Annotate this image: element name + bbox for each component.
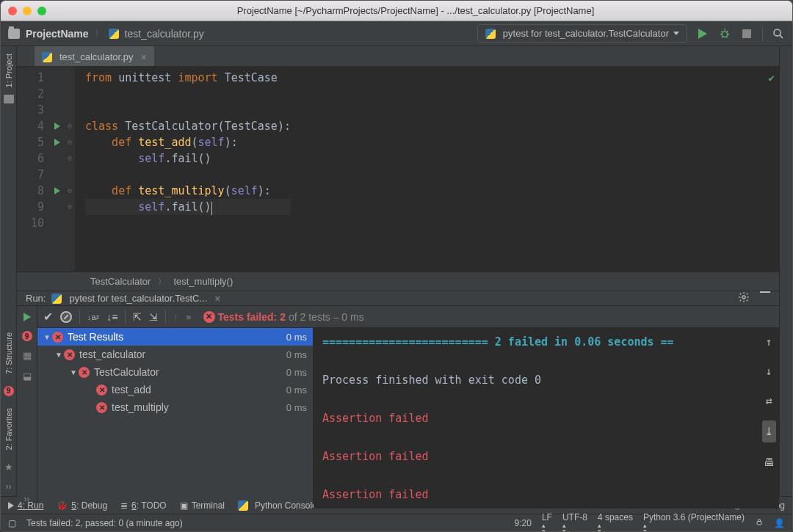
stop-button[interactable] [740,27,753,40]
close-window-button[interactable] [8,7,17,15]
soft-wrap-icon[interactable]: ⇄ [765,391,772,410]
interpreter[interactable]: Python 3.6 (ProjectName) ▴▾ [643,512,745,533]
failed-icon: ✕ [52,332,63,343]
window-title: ProjectName [~/PycharmProjects/ProjectNa… [46,5,785,16]
struct-crumb-class: TestCalculator [90,276,151,287]
code-body[interactable]: from unittest import TestCase class Test… [75,67,291,272]
run-panel-header: Run: pytest for test_calculator.TestC...… [17,291,779,306]
settings-icon[interactable] [738,291,750,305]
toggle-auto-test-button[interactable]: ▦ [21,349,34,362]
debug-button[interactable] [718,27,731,40]
more-icon[interactable]: ›› [764,504,774,509]
sidebar-favorites[interactable]: 2: Favorites [4,405,13,453]
scroll-to-end-icon[interactable]: ⤓ [762,420,776,442]
line-numbers: 12345678910 [17,67,50,272]
editor-tab[interactable]: test_calculator.py × [35,46,154,66]
tab-debug[interactable]: 🐞5: Debug [57,500,107,511]
print-icon[interactable]: 🖶 [764,453,775,472]
code-editor[interactable]: ✔ 12345678910 ⊖ ⊖ ⊖ ⊖ ⊖ from uni [17,67,779,272]
rerun-button[interactable] [21,310,34,324]
breadcrumb[interactable]: ProjectName 〉 test_calculator.py [8,28,204,40]
run-class-gutter-icon[interactable] [50,118,65,134]
console-error: Assertion failed [322,409,779,428]
run-configuration-selector[interactable]: pytest for test_calculator.TestCalculato… [477,24,687,43]
pin-button[interactable]: ⬓ [21,369,34,382]
fold-icon[interactable]: ⊖ [65,134,75,150]
failed-icon: ✕ [203,311,215,323]
show-passed-button[interactable]: ✔ [43,310,53,324]
chevron-right-icon: 〉 [155,276,169,287]
run-panel-tab[interactable]: pytest for test_calculator.TestC... × [51,293,220,305]
caret-pos[interactable]: 9:20 [515,518,532,528]
line-separator[interactable]: LF ▴▾ [542,512,552,533]
collapse-icon[interactable]: ›› [6,481,12,492]
chevron-down-icon: ▼ [43,333,51,341]
hide-panel-button[interactable] [760,291,770,305]
run-test-gutter-icon[interactable] [50,183,65,199]
test-status: ✕ Tests failed: 2 of 2 tests – 0 ms [203,311,364,323]
tab-python-console[interactable]: Python Console [238,500,317,511]
prev-failed-button[interactable]: ↑ [173,311,178,323]
expand-all-button[interactable]: ⇱ [133,311,142,323]
structure-badge: 9 [4,386,14,396]
python-file-icon [109,29,119,39]
tab-terminal[interactable]: ▣Terminal [180,500,225,511]
maximize-window-button[interactable] [37,7,46,15]
fold-icon[interactable]: ⊖ [65,183,75,199]
tree-item[interactable]: ✕ test_multiply0 ms [37,398,313,416]
pytest-icon [485,29,496,39]
structure-breadcrumb[interactable]: TestCalculator 〉 test_multiply() [17,272,779,291]
encoding[interactable]: UTF-8 ▴▾ [562,512,587,533]
indent[interactable]: 4 spaces ▴▾ [598,512,633,533]
folder-icon [8,29,20,39]
rerun-failed-button[interactable]: 9 [22,331,32,341]
main-toolbar: ProjectName 〉 test_calculator.py pytest … [1,21,792,46]
scroll-down-icon[interactable]: ↓ [765,362,772,381]
inspection-ok-icon: ✔ [769,70,775,86]
close-tab-icon[interactable]: × [214,293,220,305]
close-tab-icon[interactable]: × [140,51,146,63]
inspector-icon[interactable]: 👤 [774,518,785,528]
sidebar-project[interactable]: 1: Project [4,51,13,90]
search-button[interactable] [772,27,785,40]
run-panel-tab-label: pytest for test_calculator.TestC... [69,293,207,304]
tree-item[interactable]: ✕ test_add0 ms [37,381,313,398]
console-exit: Process finished with exit code 0 [322,371,779,390]
run-test-gutter-icon[interactable] [50,134,65,150]
tab-run[interactable]: 4: Run [8,500,43,511]
more-button[interactable]: » [186,311,191,322]
collapse-all-button[interactable]: ⇲ [149,311,158,323]
star-icon: ★ [4,462,13,473]
chevron-right-icon: 〉 [92,28,106,39]
run-config-label: pytest for test_calculator.TestCalculato… [503,28,669,39]
svg-rect-3 [757,522,761,525]
scroll-up-icon[interactable]: ↑ [765,332,772,351]
svg-point-1 [774,29,781,36]
run-button[interactable] [696,27,709,40]
test-tree[interactable]: ▼ ✕ Test Results 0 ms ▼✕ test_calculator… [37,328,314,509]
python-file-icon [42,52,52,62]
status-box-icon[interactable]: ▢ [8,518,16,528]
gutter [50,67,65,272]
sort-time-button[interactable]: ↓≡ [106,311,117,323]
tree-item[interactable]: ▼✕ test_calculator0 ms [37,346,313,363]
lock-icon[interactable] [755,517,764,528]
right-tool-stripe [779,46,792,496]
sort-button[interactable]: ↓az [87,313,99,321]
test-console[interactable]: ========================= 2 failed in 0.… [314,328,779,509]
tab-todo[interactable]: ≣6: TODO [120,500,167,511]
fold-icon[interactable]: ⊖ [65,118,75,134]
test-toolbar: ✔ ↓az ↓≡ ⇱ ⇲ ↑ » ✕ Tests failed: 2 [37,306,779,328]
status-message: Tests failed: 2, passed: 0 (a minute ago… [26,518,183,528]
tree-root[interactable]: ▼ ✕ Test Results 0 ms [37,328,313,346]
left-tool-stripe: 1: Project 7: Structure 9 2: Favorites ★… [1,46,17,496]
folder-small-icon [4,95,14,103]
tree-item[interactable]: ▼✕ TestCalculator0 ms [37,363,313,381]
show-ignored-button[interactable] [60,311,72,323]
pytest-icon [51,294,62,304]
minimize-window-button[interactable] [23,7,32,15]
chevron-down-icon [673,32,679,35]
run-panel-label: Run: [26,293,46,304]
play-icon [8,502,14,509]
sidebar-structure[interactable]: 7: Structure [4,329,13,377]
